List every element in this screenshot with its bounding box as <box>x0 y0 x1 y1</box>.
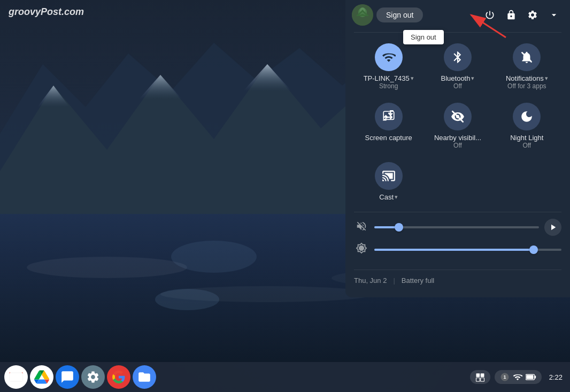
wifi-dropdown-arrow: ▾ <box>411 75 414 82</box>
screen-capture-tile[interactable]: Screen capture <box>354 98 423 153</box>
bluetooth-sublabel: Off <box>453 82 462 90</box>
taskbar-app-drive[interactable] <box>30 365 53 389</box>
qs-footer-separator: | <box>393 276 395 285</box>
brightness-track <box>374 249 534 251</box>
clock-time: 2:22 <box>549 373 563 381</box>
qs-divider-2 <box>354 212 561 212</box>
user-avatar[interactable] <box>352 4 373 26</box>
bluetooth-tile[interactable]: Bluetooth ▾ Off <box>423 39 492 94</box>
bluetooth-label: Bluetooth ▾ <box>441 74 475 82</box>
svg-text:1: 1 <box>503 374 506 380</box>
svg-point-13 <box>155 289 219 310</box>
qs-topbar: Sign out <box>345 0 570 30</box>
wifi-icon <box>375 43 403 71</box>
brightness-slider[interactable] <box>374 249 561 251</box>
screen-capture-icon <box>375 103 403 130</box>
power-button[interactable] <box>480 5 499 25</box>
svg-point-9 <box>27 257 187 278</box>
svg-point-12 <box>171 241 257 273</box>
taskbar-system-tray: 1 2:22 <box>470 370 566 384</box>
qs-divider-1 <box>354 32 561 33</box>
notifications-icon <box>513 43 541 71</box>
bluetooth-dropdown-arrow: ▾ <box>471 75 474 82</box>
taskbar-app-messages[interactable] <box>56 365 79 389</box>
qs-tiles-grid: TP-LINK_7435 ▾ Strong Bluetooth ▾ Off <box>345 35 570 210</box>
notification-badge-container: 1 <box>500 372 510 382</box>
night-light-label: Night Light <box>510 134 543 142</box>
clock[interactable]: 2:22 <box>546 371 566 383</box>
brightness-thumb[interactable] <box>529 245 538 254</box>
taskbar-app-google[interactable] <box>107 365 130 389</box>
nearby-visibility-sublabel: Off <box>453 142 462 149</box>
qs-sliders <box>345 214 570 267</box>
wifi-label: TP-LINK_7435 ▾ <box>364 74 414 82</box>
nearby-visibility-label: Nearby visibil... <box>434 134 481 142</box>
taskbar-app-files[interactable] <box>133 365 156 389</box>
cast-label: Cast ▾ <box>379 193 398 201</box>
taskbar-app-settings[interactable] <box>81 365 105 389</box>
watermark: groovyPost.com <box>9 6 84 18</box>
cast-icon <box>375 162 403 190</box>
notifications-sublabel: Off for 3 apps <box>507 82 546 90</box>
status-icons[interactable]: 1 <box>495 370 542 384</box>
quick-settings-panel: Sign out <box>345 0 570 297</box>
volume-slider-row[interactable] <box>354 219 561 236</box>
volume-slider[interactable] <box>374 226 539 228</box>
svg-rect-33 <box>526 375 533 379</box>
qs-divider-3 <box>354 270 561 270</box>
notifications-dropdown-arrow: ▾ <box>545 75 548 82</box>
qs-footer: Thu, Jun 2 | Battery full <box>345 272 570 289</box>
nearby-visibility-tile[interactable]: Nearby visibil... Off <box>423 98 492 153</box>
night-light-sublabel: Off <box>522 142 531 149</box>
brightness-slider-row[interactable] <box>354 242 561 257</box>
volume-thumb[interactable] <box>395 223 403 232</box>
window-switcher[interactable] <box>470 370 490 384</box>
screen-capture-label: Screen capture <box>365 134 412 142</box>
svg-rect-34 <box>534 376 536 379</box>
taskbar-app-gmail[interactable] <box>4 365 28 389</box>
brightness-icon <box>354 242 369 257</box>
wifi-tile[interactable]: TP-LINK_7435 ▾ Strong <box>354 39 423 94</box>
svg-rect-29 <box>480 378 484 382</box>
lock-button[interactable] <box>502 5 521 25</box>
sign-out-button[interactable]: Sign out <box>376 7 423 22</box>
svg-rect-26 <box>476 373 480 377</box>
cast-tile[interactable]: Cast ▾ <box>354 158 423 205</box>
settings-button[interactable] <box>523 5 542 25</box>
svg-rect-28 <box>476 378 480 382</box>
volume-mute-icon <box>354 220 369 235</box>
night-light-tile[interactable]: Night Light Off <box>492 98 561 153</box>
qs-date: Thu, Jun 2 <box>354 276 387 285</box>
chevron-down-button[interactable] <box>544 5 564 25</box>
night-light-icon <box>513 103 541 130</box>
nearby-visibility-icon <box>444 103 472 130</box>
taskbar-apps <box>4 365 470 389</box>
bluetooth-icon <box>444 43 472 71</box>
qs-topbar-icons <box>480 5 564 25</box>
sign-out-tooltip: Sign out <box>403 30 444 44</box>
taskbar: 1 2:22 <box>0 362 570 392</box>
cast-dropdown-arrow: ▾ <box>395 194 398 201</box>
svg-rect-27 <box>480 373 484 377</box>
notifications-tile[interactable]: Notifications ▾ Off for 3 apps <box>492 39 561 94</box>
qs-battery-status: Battery full <box>402 276 434 285</box>
wifi-sublabel: Strong <box>379 82 398 90</box>
notifications-label: Notifications ▾ <box>506 74 548 82</box>
volume-expand-button[interactable] <box>544 219 561 236</box>
